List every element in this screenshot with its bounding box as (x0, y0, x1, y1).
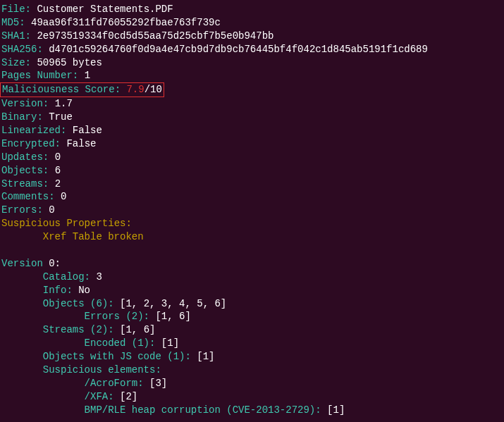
streams-label: Streams: (1, 178, 49, 190)
objects-line: Objects: 6 (1, 164, 503, 178)
v0-errors-value: [1, 6] (155, 311, 190, 322)
catalog-value: 3 (96, 271, 102, 283)
sha1-label: SHA1: (1, 30, 31, 42)
size-label: Size: (1, 57, 31, 68)
size-value: 50965 bytes (37, 57, 102, 68)
updates-line: Updates: 0 (1, 151, 503, 164)
v0-objects-label: Objects (6): (43, 298, 114, 309)
v0-encoded-value: [1] (161, 337, 179, 349)
version-line: Version: 1.7 (1, 97, 503, 111)
blank-line (1, 244, 503, 257)
susp-prop-item: Xref Table broken (1, 230, 503, 244)
streams-line: Streams: 2 (1, 178, 503, 191)
md5-value: 49aa96f311fd76055292fbae763f739c (31, 17, 221, 28)
linearized-value: False (73, 125, 102, 136)
sha256-label: SHA256: (1, 44, 43, 55)
binary-value: True (49, 111, 73, 123)
md5-label: MD5: (1, 17, 25, 28)
comments-label: Comments: (1, 191, 55, 202)
acroform-line: /AcroForm: [3] (1, 377, 503, 390)
encrypted-label: Encrypted: (1, 138, 61, 149)
errors-value: 0 (49, 204, 54, 216)
pages-value: 1 (85, 70, 90, 81)
version-label: Version: (1, 98, 49, 109)
updates-label: Updates: (1, 151, 49, 163)
info-line: Info: No (1, 284, 503, 297)
susp-elem-label: Suspicious elements: (43, 364, 161, 376)
objects-value: 6 (55, 165, 61, 176)
file-label: File: (1, 4, 31, 15)
jscode-label: Objects with JS code (1): (43, 351, 191, 362)
version-value: 1.7 (55, 98, 73, 109)
jscode-line: Objects with JS code (1): [1] (1, 350, 503, 364)
bmp-value: [1] (327, 404, 345, 416)
version0-label: Version (1, 258, 43, 269)
v0-errors-line: Errors (2): [1, 6] (1, 310, 503, 323)
jscode-value: [1] (197, 351, 214, 362)
info-value: No (78, 285, 90, 296)
streams-value: 2 (55, 178, 61, 190)
pages-line: Pages Number: 1 (1, 69, 503, 82)
acroform-label: /AcroForm: (85, 378, 144, 389)
version0-line: Version 0: (1, 257, 503, 271)
version0-num: 0: (49, 258, 61, 269)
sha256-line: SHA256: d4701c59264760f0d9a4e47cb9d7db9c… (1, 43, 503, 56)
file-line: File: Customer Statements.PDF (1, 3, 503, 16)
catalog-line: Catalog: 3 (1, 271, 503, 284)
file-value: Customer Statements.PDF (37, 4, 173, 15)
xfa-value: [2] (120, 391, 137, 402)
v0-objects-value: [1, 2, 3, 4, 5, 6] (120, 298, 226, 309)
catalog-label: Catalog: (43, 271, 90, 283)
xfa-label: /XFA: (85, 391, 114, 402)
updates-value: 0 (55, 151, 61, 163)
sha1-line: SHA1: 2e973519334f0cd5d55aa75d25cbf7b5e0… (1, 30, 503, 43)
size-line: Size: 50965 bytes (1, 56, 503, 70)
maliciousness-highlight: Maliciousness Score: 7.9/10 (0, 82, 164, 97)
v0-streams-label: Streams (2): (43, 324, 114, 335)
v0-objects-line: Objects (6): [1, 2, 3, 4, 5, 6] (1, 297, 503, 311)
v0-encoded-line: Encoded (1): [1] (1, 337, 503, 350)
v0-encoded-label: Encoded (1): (85, 337, 156, 349)
v0-errors-label: Errors (2): (85, 311, 149, 322)
malscore-label: Maliciousness Score: (2, 84, 126, 95)
acroform-value: [3] (149, 378, 167, 389)
linearized-line: Linearized: False (1, 124, 503, 137)
v0-streams-value: [1, 6] (120, 324, 155, 335)
sha1-value: 2e973519334f0cd5d55aa75d25cbf7b5e0b947bb (37, 30, 273, 42)
encrypted-line: Encrypted: False (1, 137, 503, 151)
susp-prop-value: Xref Table broken (43, 231, 144, 242)
linearized-label: Linearized: (1, 125, 66, 136)
info-label: Info: (43, 285, 73, 296)
suspicious-props-line: Suspicious Properties: (1, 217, 503, 230)
bmp-cve-line: BMP/RLE heap corruption (CVE-2013-2729):… (1, 404, 503, 417)
malscore-suffix: /10 (145, 84, 162, 95)
susp-elem-line: Suspicious elements: (1, 364, 503, 377)
sha256-value: d4701c59264760f0d9a4e47cb9d7db9cb76445bf… (49, 44, 428, 55)
susp-props-label: Suspicious Properties: (1, 218, 132, 229)
malscore-value: 7.9 (126, 84, 144, 95)
encrypted-value: False (66, 138, 96, 149)
objects-label: Objects: (1, 165, 49, 176)
maliciousness-line: Maliciousness Score: 7.9/10 (1, 82, 503, 97)
md5-line: MD5: 49aa96f311fd76055292fbae763f739c (1, 16, 503, 30)
pages-label: Pages Number: (1, 70, 78, 81)
comments-line: Comments: 0 (1, 190, 503, 204)
errors-line: Errors: 0 (1, 204, 503, 217)
xfa-line: /XFA: [2] (1, 390, 503, 404)
binary-label: Binary: (1, 111, 43, 123)
bmp-label: BMP/RLE heap corruption (CVE-2013-2729): (85, 404, 321, 416)
errors-label: Errors: (1, 204, 43, 216)
binary-line: Binary: True (1, 111, 503, 124)
v0-streams-line: Streams (2): [1, 6] (1, 323, 503, 337)
comments-value: 0 (61, 191, 66, 202)
